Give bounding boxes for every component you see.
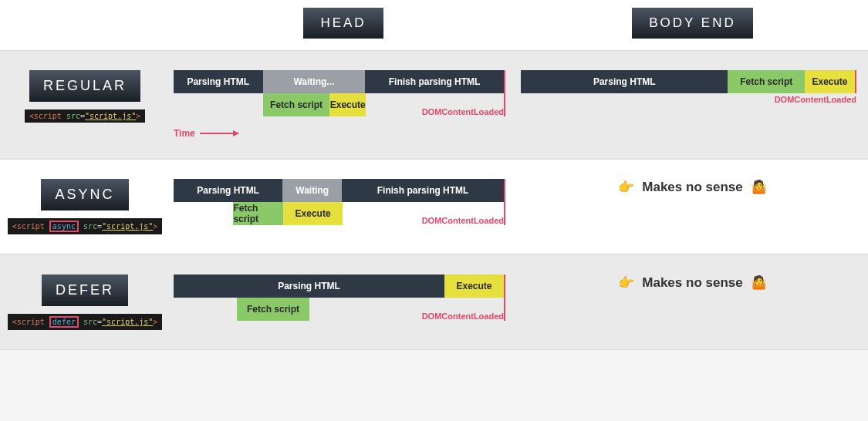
script-loading-diagram: HEAD BODY END REGULAR <script src="scrip… <box>0 0 868 350</box>
dcl-label: DOMContentLoaded <box>422 312 504 321</box>
timeline-segment: Parsing HTML <box>174 274 444 298</box>
row-defer: DEFER <script defer src="script.js"> Par… <box>0 254 868 350</box>
async-head-diagram: Parsing HTMLWaitingFinish parsing HTML F… <box>170 179 517 225</box>
defer-code: <script defer src="script.js"> <box>8 314 163 330</box>
regular-head-diagram: Parsing HTMLWaiting...Finish parsing HTM… <box>170 70 517 139</box>
time-label: Time <box>174 128 195 139</box>
timeline-segment: Fetch script <box>728 70 805 93</box>
defer-body-sense: 👉 Makes no sense 🤷 <box>517 274 868 291</box>
row-regular: REGULAR <script src="script.js"> Parsing… <box>0 50 868 159</box>
shrug-icon: 🤷 <box>751 274 767 291</box>
timeline-segment: Execute <box>283 202 343 225</box>
defer-head-diagram: Parsing HTMLExecute Fetch scriptDOMConte… <box>170 274 517 321</box>
timeline-segment: Fetch script <box>263 93 329 116</box>
shrug-icon: 🤷 <box>751 179 767 195</box>
timeline-segment: Finish parsing HTML <box>365 70 504 93</box>
dcl-label: DOMContentLoaded <box>422 107 504 116</box>
column-headers: HEAD BODY END <box>0 0 868 50</box>
dcl-label: DOMContentLoaded <box>521 95 856 104</box>
regular-code: <script src="script.js"> <box>25 109 146 123</box>
timeline-segment: Fetch script <box>237 298 310 321</box>
sense-text: Makes no sense <box>642 275 742 291</box>
time-arrow: Time <box>174 128 505 139</box>
timeline-segment: Parsing HTML <box>174 179 282 202</box>
async-body-sense: 👉 Makes no sense 🤷 <box>517 179 868 195</box>
timeline-segment: Execute <box>444 274 504 298</box>
regular-body-diagram: Parsing HTMLFetch scriptExecute DOMConte… <box>517 70 868 104</box>
timeline-segment: Waiting <box>282 179 342 202</box>
defer-label: DEFER <box>42 274 128 306</box>
timeline-segment: Waiting... <box>263 70 366 93</box>
point-right-icon: 👉 <box>618 274 634 291</box>
timeline-segment: Fetch script <box>233 202 283 225</box>
timeline-segment: Execute <box>805 70 855 93</box>
row-async: ASYNC <script async src="script.js"> Par… <box>0 159 868 254</box>
async-code: <script async src="script.js"> <box>8 218 163 234</box>
dcl-label: DOMContentLoaded <box>422 216 504 225</box>
async-label: ASYNC <box>41 179 128 210</box>
timeline-segment: Execute <box>329 93 366 116</box>
timeline-segment: Parsing HTML <box>521 70 728 93</box>
timeline-segment: Finish parsing HTML <box>342 179 504 202</box>
regular-label: REGULAR <box>29 70 140 102</box>
sense-text: Makes no sense <box>642 180 742 195</box>
body-end-column-title: BODY END <box>632 8 753 39</box>
timeline-segment: Parsing HTML <box>174 70 263 93</box>
point-right-icon: 👉 <box>618 179 634 195</box>
head-column-title: HEAD <box>303 8 383 39</box>
